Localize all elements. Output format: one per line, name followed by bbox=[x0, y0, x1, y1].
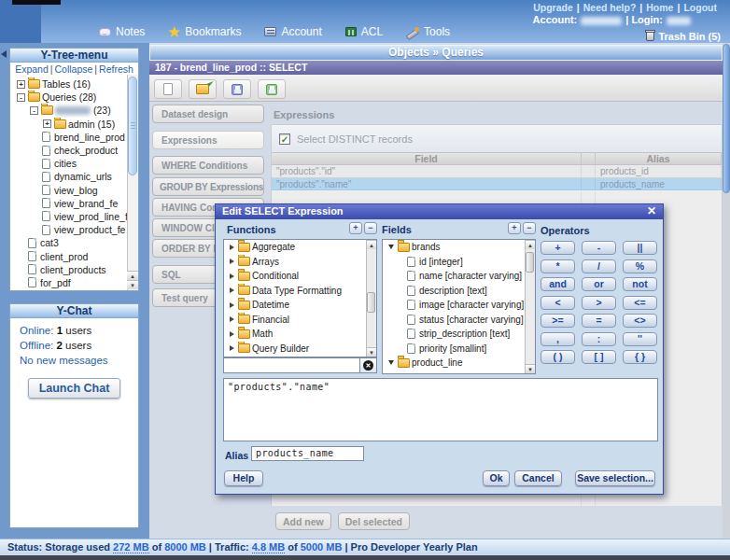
tree-item[interactable]: client_prod bbox=[10, 249, 127, 262]
operator-button[interactable]: < bbox=[540, 296, 575, 310]
add-new-button[interactable]: Add new bbox=[275, 512, 331, 530]
field-item[interactable]: status [character varying] bbox=[383, 313, 535, 328]
tree-item[interactable]: check_product bbox=[10, 144, 127, 157]
expand-toggle-icon[interactable]: + bbox=[17, 80, 25, 89]
field-item[interactable]: priority [smallint] bbox=[383, 342, 535, 357]
function-folder[interactable]: Query Builder bbox=[224, 342, 376, 357]
functions-scrollbar[interactable]: ▲ ▼ bbox=[366, 240, 376, 357]
scroll-up-button[interactable]: ▲ bbox=[367, 240, 376, 249]
operator-button[interactable]: ( ) bbox=[540, 350, 575, 364]
scroll-up-button[interactable]: ▲ bbox=[127, 271, 138, 280]
nav-dataset-design[interactable]: Dataset design bbox=[152, 105, 264, 123]
operator-button[interactable]: { } bbox=[623, 350, 657, 364]
tree-item[interactable]: cities bbox=[10, 157, 127, 170]
alias-input[interactable]: products_name bbox=[251, 446, 364, 461]
field-table-folder[interactable]: brands bbox=[383, 240, 535, 255]
scroll-up-button[interactable]: ▲ bbox=[526, 240, 535, 249]
toolbar-bookmarks[interactable]: Bookmarks bbox=[168, 25, 241, 38]
help-button[interactable]: Help bbox=[224, 470, 263, 486]
toolbar-tools[interactable]: Tools bbox=[406, 25, 450, 38]
tree-item[interactable]: view_blog bbox=[10, 184, 127, 197]
main-scrollbar-thumb[interactable] bbox=[723, 44, 730, 193]
operator-button[interactable]: / bbox=[582, 259, 616, 273]
header-link-logout[interactable]: Logout bbox=[683, 2, 717, 13]
save-selection-button[interactable]: Save selection... bbox=[575, 470, 655, 486]
new-file-button[interactable] bbox=[154, 79, 182, 99]
tree-action-refresh[interactable]: Refresh bbox=[99, 63, 133, 75]
operator-button[interactable]: = bbox=[582, 314, 616, 328]
close-icon[interactable]: ✕ bbox=[647, 204, 656, 219]
distinct-checkbox[interactable]: ✓ bbox=[279, 133, 290, 145]
ok-button[interactable]: Ok bbox=[483, 470, 510, 486]
open-folder-button[interactable] bbox=[189, 79, 217, 99]
operator-button[interactable]: [ ] bbox=[582, 350, 616, 364]
header-link-need-help-[interactable]: Need help? bbox=[583, 2, 637, 13]
tree-item[interactable]: -Queries (28) bbox=[10, 91, 127, 104]
del-selected-button[interactable]: Del selected bbox=[338, 512, 410, 530]
tree-item[interactable]: +Tables (16) bbox=[10, 77, 127, 91]
functions-search-input[interactable] bbox=[223, 357, 359, 373]
table-row[interactable]: "products"."name"products_name bbox=[272, 178, 722, 191]
save-blue-button[interactable] bbox=[223, 79, 251, 99]
operator-button[interactable]: not bbox=[623, 277, 657, 291]
fields-scrollbar[interactable]: ▲ ▼ bbox=[525, 240, 535, 373]
function-folder[interactable]: Conditional bbox=[224, 269, 376, 284]
tree-item[interactable]: view_prod_line_fe bbox=[10, 210, 127, 223]
nav-expressions[interactable]: Expressions bbox=[152, 131, 264, 149]
table-row[interactable]: "products"."id"products_id bbox=[272, 165, 722, 178]
operator-button[interactable]: * bbox=[540, 259, 575, 273]
function-folder[interactable]: Datetime bbox=[224, 298, 376, 313]
tree-item[interactable]: cat3 bbox=[10, 236, 127, 249]
function-folder[interactable]: Arrays bbox=[224, 255, 376, 270]
field-item[interactable]: id [integer] bbox=[383, 255, 535, 270]
nav-group-by-expressions[interactable]: GROUP BY Expressions bbox=[152, 177, 264, 196]
fields-collapse-button[interactable]: − bbox=[523, 222, 536, 234]
tree-item[interactable]: +admin (15) bbox=[10, 118, 127, 131]
operator-button[interactable]: '' bbox=[623, 332, 657, 346]
field-column-header[interactable]: Field bbox=[272, 153, 582, 164]
operator-button[interactable]: <= bbox=[623, 296, 657, 310]
expression-textarea[interactable]: "products"."name" bbox=[223, 378, 658, 441]
sidebar-collapse-arrow[interactable] bbox=[1, 50, 7, 58]
operator-button[interactable]: and bbox=[540, 277, 575, 291]
fields-expand-button[interactable]: + bbox=[508, 222, 521, 234]
operator-button[interactable]: >= bbox=[540, 314, 575, 328]
scroll-down-button[interactable]: ▼ bbox=[367, 347, 376, 357]
search-clear-button[interactable]: ✕ bbox=[359, 357, 377, 373]
tree-item[interactable]: client_products bbox=[10, 263, 127, 276]
operator-button[interactable]: - bbox=[582, 241, 616, 255]
tree-action-expand[interactable]: Expand bbox=[15, 63, 49, 75]
operator-button[interactable]: % bbox=[623, 259, 657, 273]
tree-item[interactable]: dynamic_urls bbox=[10, 170, 127, 183]
cancel-button[interactable]: Cancel bbox=[514, 470, 562, 486]
operator-button[interactable]: || bbox=[623, 241, 657, 255]
toolbar-account[interactable]: Account bbox=[264, 25, 321, 38]
tree-action-collapse[interactable]: Collapse bbox=[55, 63, 93, 75]
save-green-button[interactable] bbox=[258, 79, 286, 99]
function-folder[interactable]: Math bbox=[224, 327, 376, 342]
tree-scrollbar-thumb[interactable] bbox=[128, 77, 137, 175]
function-folder[interactable]: Financial bbox=[224, 313, 376, 328]
tree-item[interactable]: view_brand_fe bbox=[10, 197, 127, 210]
trash-bin-link[interactable]: Trash Bin (5) bbox=[646, 31, 721, 42]
functions-expand-button[interactable]: + bbox=[349, 222, 362, 234]
nav-where-conditions[interactable]: WHERE Conditions bbox=[152, 156, 264, 175]
tree-item[interactable]: -(23) bbox=[10, 104, 127, 117]
tree-item[interactable]: for_pdf bbox=[10, 276, 127, 289]
field-item[interactable]: description [text] bbox=[383, 284, 535, 299]
field-item[interactable]: image [character varying] bbox=[383, 298, 535, 313]
operator-button[interactable]: + bbox=[540, 241, 575, 255]
tree-scrollbar[interactable]: ▲ ▼ bbox=[127, 75, 138, 290]
main-scrollbar[interactable] bbox=[723, 43, 730, 539]
header-link-home[interactable]: Home bbox=[646, 2, 673, 13]
scroll-down-button[interactable]: ▼ bbox=[526, 364, 535, 373]
launch-chat-button[interactable]: Launch Chat bbox=[28, 378, 121, 399]
tree-item[interactable]: brend_line_prod bbox=[10, 131, 127, 144]
functions-collapse-button[interactable]: − bbox=[364, 222, 377, 234]
operator-button[interactable]: , bbox=[540, 332, 575, 346]
operator-button[interactable]: > bbox=[582, 296, 616, 310]
field-item[interactable]: name [character varying] bbox=[383, 269, 535, 284]
collapse-toggle-icon[interactable]: - bbox=[30, 106, 38, 115]
field-table-folder[interactable]: product_line bbox=[383, 356, 535, 371]
tree-item[interactable]: view_product_fe bbox=[10, 223, 127, 236]
